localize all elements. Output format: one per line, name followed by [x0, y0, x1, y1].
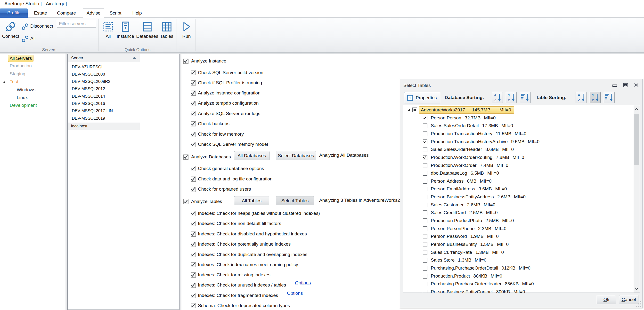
svg-text:i: i — [410, 96, 411, 100]
svg-text:Z: Z — [578, 98, 580, 102]
svg-text:Z: Z — [494, 98, 496, 102]
svg-text:A: A — [578, 93, 580, 97]
svg-text:A: A — [494, 93, 497, 97]
svg-text:1: 1 — [508, 93, 510, 97]
svg-text:2: 2 — [592, 98, 594, 102]
svg-text:1: 1 — [592, 93, 594, 97]
svg-text:2: 2 — [508, 98, 510, 102]
